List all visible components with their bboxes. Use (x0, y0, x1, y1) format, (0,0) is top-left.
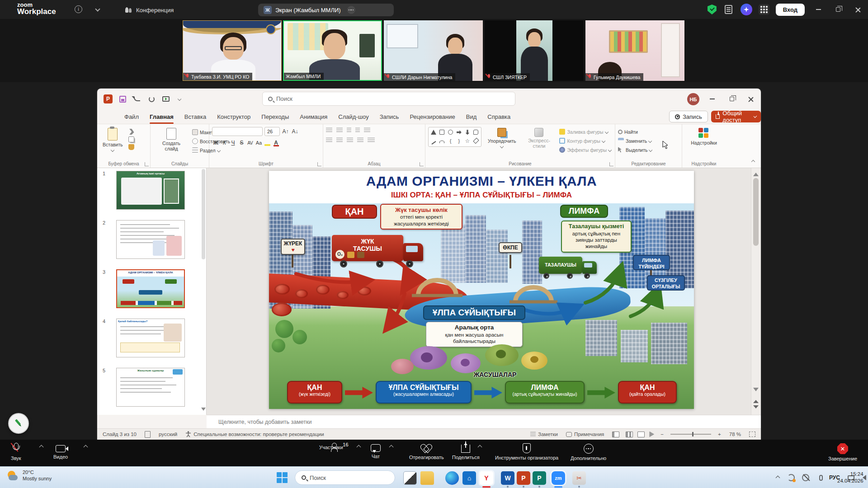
powerpoint-taskbar-icon[interactable]: P (517, 471, 530, 485)
slide-thumbnail-1[interactable]: Ағзаның ішкі ортасы (116, 171, 185, 210)
shape-outline-button[interactable]: Контур фигуры (559, 137, 611, 145)
slide-thumbnail-4[interactable]: Қалай байланысады? (116, 319, 185, 357)
grow-font-icon[interactable]: A↑ (282, 127, 289, 136)
login-button[interactable]: Вход (776, 4, 805, 16)
dialog-launcher-icon[interactable] (609, 162, 613, 166)
brace-left-shape-icon[interactable]: { (450, 138, 452, 144)
dialog-launcher-icon[interactable] (420, 162, 424, 166)
file-explorer-icon[interactable] (420, 471, 434, 485)
tab-file[interactable]: Файл (119, 111, 144, 123)
scrollbar-thumb[interactable] (753, 178, 759, 246)
participants-button[interactable]: 16 Участники (319, 443, 343, 450)
restore-button[interactable] (828, 0, 848, 19)
display-settings-icon[interactable] (141, 431, 155, 438)
record-button[interactable]: Запись (669, 111, 708, 122)
copy-icon[interactable] (128, 136, 134, 142)
participant-tile[interactable]: Тукбаева З.И. УМЦ РО КО (183, 20, 282, 81)
publisher-icon[interactable]: P (533, 471, 546, 485)
chat-chevron-icon[interactable] (389, 445, 394, 450)
sync-tray-icon[interactable] (788, 467, 795, 488)
video-options-chevron-icon[interactable] (84, 445, 88, 450)
callout-shape-icon[interactable] (473, 130, 478, 135)
comments-toggle[interactable]: Примечания (562, 432, 608, 437)
replace-button[interactable]: Заменить (618, 137, 679, 145)
reading-view-icon[interactable] (635, 432, 647, 437)
notes-pane[interactable]: Щелкните, чтобы добавить заметки (207, 415, 761, 428)
arrow-right-shape-icon[interactable] (457, 130, 462, 135)
apps-grid-icon[interactable] (759, 4, 769, 15)
triangle-shape-icon[interactable] (431, 130, 436, 135)
paste-button[interactable]: Вставить (100, 127, 126, 152)
character-spacing-button[interactable]: AV (246, 139, 254, 147)
bold-button[interactable]: Ж (212, 139, 220, 147)
weather-widget[interactable]: 20°C Mostly sunny (7, 469, 52, 482)
end-meeting-button[interactable]: ✕ Завершение (828, 443, 857, 461)
thumbnail-scroll-down-icon[interactable] (201, 408, 206, 413)
line-shape-icon[interactable] (431, 141, 436, 145)
react-button[interactable]: Отреагировать (409, 443, 444, 460)
tab-transitions[interactable]: Переходы (256, 111, 294, 123)
hidden-eye-tray-icon[interactable] (802, 467, 809, 488)
tab-home[interactable]: Главная (144, 111, 179, 123)
dialog-launcher-icon[interactable] (317, 162, 321, 166)
tab-screen-share[interactable]: Ж Экран (Жамбыл ММЛИ) (258, 4, 394, 16)
previous-slide-icon[interactable] (753, 397, 759, 403)
shrink-font-icon[interactable]: A↓ (291, 127, 299, 136)
chat-button[interactable]: Чат (371, 443, 381, 459)
edge-browser-icon[interactable] (445, 471, 459, 485)
participants-chevron-icon[interactable] (357, 445, 361, 450)
zoom-in-button[interactable]: + (714, 432, 725, 437)
ppt-minimize-button[interactable] (702, 89, 722, 109)
slide-canvas[interactable]: АДАМ ОРГАНИЗМІ – ҮЛКЕН ҚАЛА ІШКІ ОРТА: Қ… (269, 171, 694, 409)
numbering-icon[interactable] (336, 128, 343, 133)
quick-styles-button[interactable]: Экспресс-стили (522, 127, 556, 150)
quick-access-chevron-icon[interactable] (175, 94, 184, 103)
highlight-color-button[interactable] (264, 139, 271, 147)
collapse-ribbon-icon[interactable] (751, 160, 755, 164)
zoom-app-icon[interactable]: zm (552, 471, 565, 485)
mic-tray-icon[interactable] (819, 467, 823, 488)
oval-shape-icon[interactable] (448, 130, 453, 135)
align-center-icon[interactable] (336, 138, 343, 143)
minimize-button[interactable] (808, 0, 828, 19)
more-button[interactable]: Дополнительно (571, 443, 606, 461)
tab-help[interactable]: Справка (482, 111, 516, 123)
thumbnail-scrollbar[interactable] (202, 169, 205, 259)
tab-view[interactable]: Вид (461, 111, 482, 123)
start-button[interactable] (277, 472, 288, 483)
star-shape-icon[interactable]: ☆ (465, 138, 470, 144)
ppt-restore-button[interactable] (722, 89, 742, 109)
language-indicator[interactable]: русский (155, 432, 181, 437)
search-input[interactable]: Поиск (262, 92, 515, 106)
host-tools-button[interactable]: Инструменты организатора (495, 443, 558, 460)
font-size-combo[interactable]: 26 (264, 127, 280, 136)
strikethrough-button[interactable]: S (238, 139, 245, 147)
underline-button[interactable]: Ч (229, 139, 237, 147)
tab-meeting[interactable]: Конференция (120, 4, 179, 16)
columns-icon[interactable] (368, 138, 375, 143)
tab-more-icon[interactable] (347, 6, 355, 14)
slide-thumbnail-2[interactable] (116, 220, 185, 259)
line-spacing-icon[interactable] (364, 128, 370, 133)
accessibility-status[interactable]: Специальные возможности: проверьте реком… (181, 431, 328, 437)
participant-tile[interactable]: СШЛ ЗИЯТКЕР (485, 20, 584, 81)
font-color-button[interactable]: A (272, 139, 280, 147)
save-icon[interactable] (118, 94, 127, 103)
arrow-down-shape-icon[interactable] (465, 130, 470, 135)
bullets-icon[interactable] (326, 128, 332, 133)
slideshow-view-icon[interactable] (647, 432, 656, 437)
participant-tile[interactable]: СШЛИ Дарын Нигматулина (384, 20, 483, 81)
align-right-icon[interactable] (347, 138, 353, 143)
scroll-down-icon[interactable] (753, 388, 759, 394)
zoom-slider[interactable] (670, 434, 711, 435)
italic-button[interactable]: К (221, 139, 228, 147)
annotate-button[interactable] (8, 413, 29, 434)
align-left-icon[interactable] (326, 138, 332, 143)
select-button[interactable]: Выделить (618, 146, 679, 154)
tab-record[interactable]: Запись (374, 111, 405, 123)
diamond-shape-icon[interactable] (473, 138, 479, 144)
shapes-gallery[interactable]: { } ☆ (428, 127, 481, 147)
yandex-browser-icon[interactable]: Y (480, 471, 493, 485)
tab-slideshow[interactable]: Слайд-шоу (333, 111, 374, 123)
participant-tile-active[interactable]: Жамбыл ММЛИ (283, 20, 382, 81)
